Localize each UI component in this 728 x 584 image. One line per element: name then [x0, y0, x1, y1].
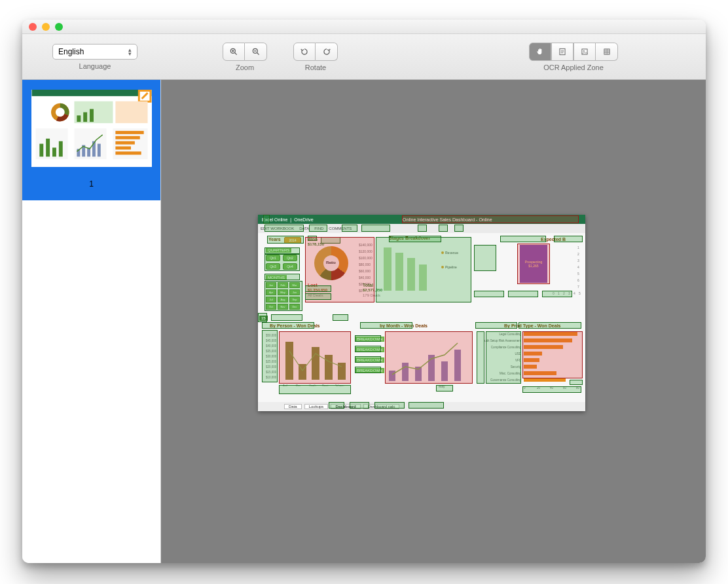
ocr-zone [342, 225, 357, 232]
svg-text:3: 3 [577, 259, 579, 263]
ocr-zone [508, 291, 538, 297]
svg-rect-24 [77, 115, 81, 122]
ocr-zone [475, 322, 517, 329]
svg-text:2: 2 [577, 252, 579, 256]
ocr-zone [262, 330, 278, 382]
svg-text:5: 5 [579, 291, 581, 295]
ocr-zone [570, 380, 583, 385]
ocr-zone [402, 215, 579, 223]
svg-text:7: 7 [577, 285, 579, 289]
ocr-zone [279, 331, 351, 384]
ocr-zone [305, 285, 331, 292]
svg-rect-40 [115, 131, 143, 134]
ocr-zone [355, 346, 381, 352]
thumbnail-preview-icon [31, 90, 152, 167]
rotate-cw-icon [322, 47, 331, 56]
ocr-zone [264, 254, 300, 271]
ocr-zone [519, 322, 581, 329]
svg-line-1 [235, 52, 237, 54]
ocr-zone-image-button[interactable] [573, 43, 596, 61]
ocr-zone [374, 402, 405, 409]
zone-image-icon [580, 47, 589, 56]
dashboard-preview: Excel Online | OneDrive Online Interacti… [258, 215, 585, 411]
page-thumbnail-1[interactable] [31, 89, 153, 168]
thumbnail-selected[interactable]: 1 [22, 80, 160, 200]
svg-rect-27 [115, 101, 147, 123]
svg-rect-43 [115, 147, 131, 150]
rotate-label: Rotate [305, 64, 326, 71]
rotate-group: Rotate [293, 43, 338, 71]
ocr-zone [361, 225, 390, 232]
language-select[interactable]: English ▴▾ [52, 44, 137, 60]
select-arrows-icon: ▴▾ [128, 48, 132, 56]
svg-rect-13 [604, 48, 609, 54]
zoom-label: Zoom [236, 64, 254, 71]
traffic-minimize-button[interactable] [42, 23, 50, 31]
traffic-zoom-button[interactable] [55, 23, 63, 31]
zoom-in-icon [229, 47, 238, 56]
ocr-zone-table-button[interactable] [596, 43, 618, 61]
svg-text:6: 6 [577, 278, 579, 282]
svg-rect-26 [90, 109, 94, 122]
svg-text:4: 4 [577, 265, 579, 269]
document-canvas[interactable]: Excel Online | OneDrive Online Interacti… [161, 80, 706, 563]
ocr-zone [264, 274, 300, 280]
ocr-zone [542, 291, 572, 297]
thumbnail-sidebar: 1 [22, 80, 161, 563]
ocr-zone [439, 225, 448, 232]
sheet-tab: Lookups [304, 404, 329, 409]
svg-rect-39 [97, 144, 100, 157]
svg-rect-18 [31, 90, 151, 96]
ocr-zone-text-button[interactable] [551, 43, 573, 61]
ocr-zone [486, 331, 521, 384]
ocr-zone [305, 293, 331, 300]
ocr-zone [436, 385, 453, 392]
language-value: English [58, 47, 84, 56]
svg-rect-33 [52, 148, 56, 157]
language-group: English ▴▾ Language [52, 44, 137, 70]
page-number: 1 [89, 179, 94, 189]
ocr-zone [279, 385, 351, 394]
zoom-out-icon [251, 47, 261, 56]
svg-rect-25 [83, 112, 87, 122]
ocr-zone [385, 331, 473, 384]
ocr-zone [360, 322, 412, 329]
excel-service: OneDrive [294, 217, 314, 222]
ocr-zone-label: OCR Applied Zone [543, 64, 604, 71]
zoom-out-button[interactable] [245, 43, 267, 61]
ocr-zone-group: OCR Applied Zone [529, 43, 618, 71]
content-area: 1 Excel Online | OneDrive Online Interac… [22, 80, 706, 563]
ocr-zone [517, 244, 550, 284]
ocr-zone [376, 237, 471, 302]
ocr-zone [264, 281, 302, 311]
svg-rect-31 [39, 144, 43, 157]
ocr-zone [522, 331, 583, 378]
ocr-zone [264, 247, 300, 254]
rotate-right-button[interactable] [316, 43, 338, 61]
ocr-zone [477, 331, 484, 384]
svg-text:5: 5 [577, 272, 579, 276]
ocr-zone-auto-button[interactable] [529, 43, 551, 61]
rotate-ccw-icon [300, 47, 309, 56]
ocr-zone [305, 237, 374, 302]
sheet-tab: Data [284, 404, 302, 409]
toolbar: English ▴▾ Language Zoom [22, 34, 706, 80]
ocr-zone [474, 245, 496, 271]
rotate-left-button[interactable] [293, 43, 316, 61]
hand-icon [536, 47, 545, 56]
ocr-zone [350, 402, 369, 409]
zoom-group: Zoom [223, 43, 267, 71]
svg-rect-34 [58, 141, 62, 157]
ocr-zone [333, 314, 348, 321]
ocr-zone [309, 225, 327, 232]
ocr-zone [418, 225, 427, 232]
ocr-zone [355, 356, 381, 363]
traffic-close-button[interactable] [29, 23, 37, 31]
svg-rect-44 [115, 151, 141, 155]
ocr-zone [267, 236, 304, 244]
svg-rect-41 [115, 136, 139, 139]
svg-line-5 [257, 52, 259, 54]
window-titlebar [22, 20, 706, 34]
ocr-zone [389, 236, 441, 242]
zoom-in-button[interactable] [223, 43, 245, 61]
